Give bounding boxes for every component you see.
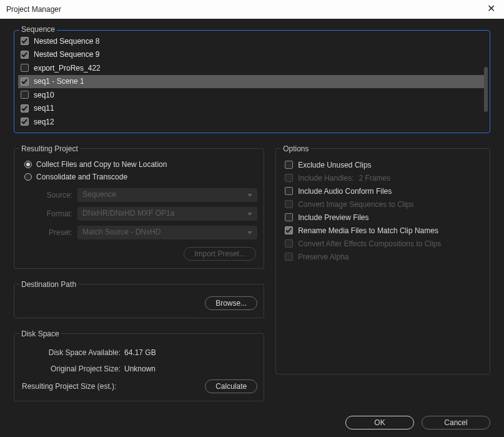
destination-path-group: Destination Path ███████████████████ Bro… bbox=[14, 280, 264, 318]
sequence-checkbox[interactable] bbox=[21, 78, 29, 86]
sequence-name: seq11 bbox=[34, 104, 54, 113]
option-row: Preserve Alpha bbox=[285, 251, 483, 263]
option-checkbox bbox=[285, 253, 293, 261]
sequence-row[interactable]: seq12 bbox=[18, 115, 486, 129]
option-checkbox[interactable] bbox=[285, 226, 293, 234]
option-row[interactable]: Include Audio Conform Files bbox=[285, 185, 483, 198]
format-dropdown: DNxHR/DNxHD MXF OP1a bbox=[77, 207, 257, 221]
preset-dropdown: Match Source - DNxHD bbox=[77, 226, 257, 239]
sequence-checkbox[interactable] bbox=[21, 51, 29, 59]
resulting-project-legend: Resulting Project bbox=[19, 144, 80, 153]
dialog-footer: OK Cancel bbox=[345, 416, 490, 429]
option-row[interactable]: Rename Media Files to Match Clip Names bbox=[285, 224, 483, 237]
sequence-name: seq12 bbox=[34, 118, 54, 126]
format-label: Format: bbox=[38, 209, 72, 218]
option-row[interactable]: Include Preview Files bbox=[285, 211, 483, 224]
option-checkbox bbox=[285, 174, 293, 182]
option-checkbox[interactable] bbox=[285, 161, 293, 169]
close-icon[interactable]: ✕ bbox=[483, 1, 499, 16]
sequence-row[interactable]: export_ProRes_422 bbox=[18, 61, 486, 75]
source-label: Source: bbox=[38, 191, 72, 199]
option-label: Include Handles: bbox=[298, 174, 353, 183]
sequence-checkbox[interactable] bbox=[21, 118, 29, 126]
cancel-button[interactable]: Cancel bbox=[422, 416, 490, 429]
window-title: Project Manager bbox=[6, 5, 61, 14]
option-row[interactable]: Exclude Unused Clips bbox=[285, 159, 483, 171]
option-extra: 2 Frames bbox=[359, 174, 391, 183]
sequence-row[interactable]: seq10 bbox=[18, 88, 486, 102]
sequence-name: export_ProRes_422 bbox=[34, 64, 101, 73]
original-size-label: Original Project Size: bbox=[21, 364, 121, 373]
option-row: Convert Image Sequences to Clips bbox=[285, 198, 483, 211]
sequence-row[interactable]: Nested Sequence 9 bbox=[18, 48, 486, 62]
option-label: Preserve Alpha bbox=[298, 253, 348, 261]
scrollbar-thumb[interactable] bbox=[484, 67, 488, 112]
ok-button[interactable]: OK bbox=[345, 416, 414, 429]
sequence-name: seq10 bbox=[34, 91, 54, 99]
option-row: Convert After Effects Compositions to Cl… bbox=[285, 238, 483, 250]
calculate-button[interactable]: Calculate bbox=[205, 379, 257, 393]
radio-consolidate-label: Consolidate and Transcode bbox=[36, 173, 127, 181]
option-label: Exclude Unused Clips bbox=[298, 161, 371, 169]
sequence-row[interactable]: seq11 bbox=[18, 102, 486, 116]
radio-consolidate-row[interactable]: Consolidate and Transcode bbox=[24, 171, 257, 183]
sequence-legend: Sequence bbox=[19, 25, 57, 34]
import-preset-button: Import Preset... bbox=[184, 247, 256, 261]
sequence-checkbox[interactable] bbox=[21, 37, 29, 45]
titlebar: Project Manager ✕ bbox=[0, 0, 504, 19]
source-dropdown: Sequence bbox=[77, 188, 257, 202]
sequence-row[interactable]: seq1 - Scene 1 bbox=[18, 75, 486, 89]
option-label: Convert Image Sequences to Clips bbox=[298, 200, 413, 209]
original-size-value: Unknown bbox=[124, 364, 156, 373]
sequence-checkbox[interactable] bbox=[21, 104, 29, 113]
sequence-checkbox[interactable] bbox=[21, 64, 29, 72]
option-checkbox bbox=[285, 239, 293, 248]
radio-collect[interactable] bbox=[24, 161, 32, 168]
radio-consolidate[interactable] bbox=[24, 173, 32, 181]
options-legend: Options bbox=[281, 144, 310, 153]
sequence-row[interactable]: Nested Sequence 8 bbox=[18, 34, 486, 48]
option-checkbox bbox=[285, 200, 293, 208]
disk-available-value: 64.17 GB bbox=[124, 348, 156, 357]
disk-space-legend: Disk Space bbox=[19, 329, 61, 338]
sequence-name: Nested Sequence 9 bbox=[34, 50, 99, 59]
option-checkbox[interactable] bbox=[285, 213, 293, 221]
sequence-checkbox[interactable] bbox=[21, 91, 29, 99]
option-label: Convert After Effects Compositions to Cl… bbox=[298, 239, 441, 248]
resulting-project-group: Resulting Project Collect Files and Copy… bbox=[14, 144, 264, 269]
option-label: Rename Media Files to Match Clip Names bbox=[298, 226, 438, 235]
sequence-group: Sequence Nested Sequence 8Nested Sequenc… bbox=[14, 30, 490, 133]
disk-space-group: Disk Space Disk Space Available: 64.17 G… bbox=[14, 329, 264, 401]
sequence-name: seq1 - Scene 1 bbox=[34, 77, 84, 86]
browse-button[interactable]: Browse... bbox=[205, 296, 257, 310]
destination-path-value: ███████████████████ bbox=[21, 296, 199, 310]
sequence-name: Nested Sequence 8 bbox=[34, 37, 99, 46]
disk-available-label: Disk Space Available: bbox=[21, 348, 121, 357]
destination-path-legend: Destination Path bbox=[19, 280, 78, 289]
radio-collect-row[interactable]: Collect Files and Copy to New Location bbox=[24, 158, 257, 171]
option-label: Include Audio Conform Files bbox=[298, 187, 392, 196]
options-group: Options Exclude Unused ClipsInclude Hand… bbox=[275, 144, 490, 374]
option-label: Include Preview Files bbox=[298, 213, 368, 222]
resulting-size-label: Resulting Project Size (est.): bbox=[22, 382, 116, 391]
option-checkbox[interactable] bbox=[285, 187, 293, 195]
option-row: Include Handles:2 Frames bbox=[285, 172, 483, 184]
sequence-list[interactable]: Nested Sequence 8Nested Sequence 9export… bbox=[18, 34, 486, 129]
radio-collect-label: Collect Files and Copy to New Location bbox=[36, 160, 167, 169]
preset-label: Preset: bbox=[38, 228, 72, 237]
